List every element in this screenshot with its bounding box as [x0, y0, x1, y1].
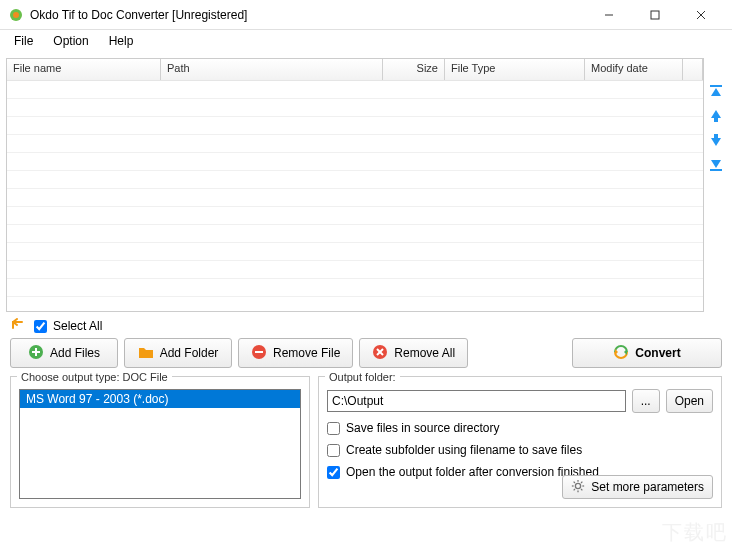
svg-rect-30 — [714, 134, 718, 139]
open-after-label: Open the output folder after conversion … — [346, 465, 599, 479]
remove-file-button[interactable]: Remove File — [238, 338, 353, 368]
more-parameters-label: Set more parameters — [591, 480, 704, 494]
svg-line-22 — [581, 489, 582, 490]
svg-line-23 — [574, 489, 575, 490]
select-all-checkbox[interactable] — [34, 320, 47, 333]
add-files-button[interactable]: Add Files — [10, 338, 118, 368]
reorder-arrows — [708, 84, 724, 172]
output-type-panel: Choose output type: DOC File MS Word 97 … — [10, 376, 310, 508]
menubar: File Option Help — [0, 30, 732, 52]
convert-button[interactable]: Convert — [572, 338, 722, 368]
col-size[interactable]: Size — [383, 59, 445, 80]
move-top-icon[interactable] — [708, 84, 724, 100]
svg-line-21 — [574, 481, 575, 482]
browse-button[interactable]: ... — [632, 389, 660, 413]
gear-icon — [571, 479, 585, 496]
col-filename[interactable]: File name — [7, 59, 161, 80]
output-type-title: Choose output type: DOC File — [17, 371, 172, 383]
output-folder-input[interactable] — [327, 390, 626, 412]
select-all-row: Select All — [6, 312, 726, 338]
output-type-list[interactable]: MS Word 97 - 2003 (*.doc) — [19, 389, 301, 499]
convert-label: Convert — [635, 346, 680, 360]
move-up-arrow-icon[interactable] — [708, 108, 724, 124]
save-source-row[interactable]: Save files in source directory — [327, 421, 713, 435]
app-icon — [8, 7, 24, 23]
close-button[interactable] — [678, 0, 724, 30]
output-type-option[interactable]: MS Word 97 - 2003 (*.doc) — [20, 390, 300, 408]
move-down-arrow-icon[interactable] — [708, 132, 724, 148]
subfolder-row[interactable]: Create subfolder using filename to save … — [327, 443, 713, 457]
svg-marker-14 — [624, 349, 627, 355]
add-files-label: Add Files — [50, 346, 100, 360]
col-path[interactable]: Path — [161, 59, 383, 80]
select-all-checkbox-wrap[interactable]: Select All — [34, 319, 102, 333]
titlebar: Okdo Tif to Doc Converter [Unregistered] — [0, 0, 732, 30]
svg-marker-26 — [711, 88, 721, 96]
remove-all-label: Remove All — [394, 346, 455, 360]
open-folder-button[interactable]: Open — [666, 389, 713, 413]
more-parameters-button[interactable]: Set more parameters — [562, 475, 713, 499]
plus-icon — [28, 344, 44, 363]
col-modify[interactable]: Modify date — [585, 59, 683, 80]
menu-help[interactable]: Help — [99, 32, 144, 50]
output-folder-panel: Output folder: ... Open Save files in so… — [318, 376, 722, 508]
svg-rect-3 — [651, 11, 659, 19]
svg-point-1 — [13, 12, 19, 18]
folder-icon — [138, 344, 154, 363]
file-list-panel: File name Path Size File Type Modify dat… — [6, 58, 704, 312]
convert-icon — [613, 344, 629, 363]
minus-icon — [251, 344, 267, 363]
subfolder-label: Create subfolder using filename to save … — [346, 443, 582, 457]
remove-all-button[interactable]: Remove All — [359, 338, 468, 368]
window-title: Okdo Tif to Doc Converter [Unregistered] — [30, 8, 586, 22]
subfolder-checkbox[interactable] — [327, 444, 340, 457]
svg-marker-27 — [711, 110, 721, 118]
remove-file-label: Remove File — [273, 346, 340, 360]
save-source-checkbox[interactable] — [327, 422, 340, 435]
add-folder-label: Add Folder — [160, 346, 219, 360]
move-up-icon[interactable] — [10, 318, 26, 334]
maximize-button[interactable] — [632, 0, 678, 30]
select-all-label: Select All — [53, 319, 102, 333]
col-filetype[interactable]: File Type — [445, 59, 585, 80]
file-list[interactable] — [7, 81, 703, 311]
svg-rect-28 — [714, 117, 718, 122]
svg-marker-31 — [711, 160, 721, 168]
watermark: 下载吧 — [662, 519, 728, 546]
output-folder-title: Output folder: — [325, 371, 400, 383]
svg-line-24 — [581, 481, 582, 482]
svg-point-16 — [576, 483, 581, 488]
minimize-button[interactable] — [586, 0, 632, 30]
menu-option[interactable]: Option — [43, 32, 98, 50]
svg-marker-15 — [615, 349, 618, 355]
save-source-label: Save files in source directory — [346, 421, 499, 435]
remove-all-icon — [372, 344, 388, 363]
add-folder-button[interactable]: Add Folder — [124, 338, 232, 368]
open-after-checkbox[interactable] — [327, 466, 340, 479]
menu-file[interactable]: File — [4, 32, 43, 50]
move-bottom-icon[interactable] — [708, 156, 724, 172]
file-list-header: File name Path Size File Type Modify dat… — [7, 59, 703, 81]
col-blank — [683, 59, 703, 80]
svg-marker-29 — [711, 138, 721, 146]
